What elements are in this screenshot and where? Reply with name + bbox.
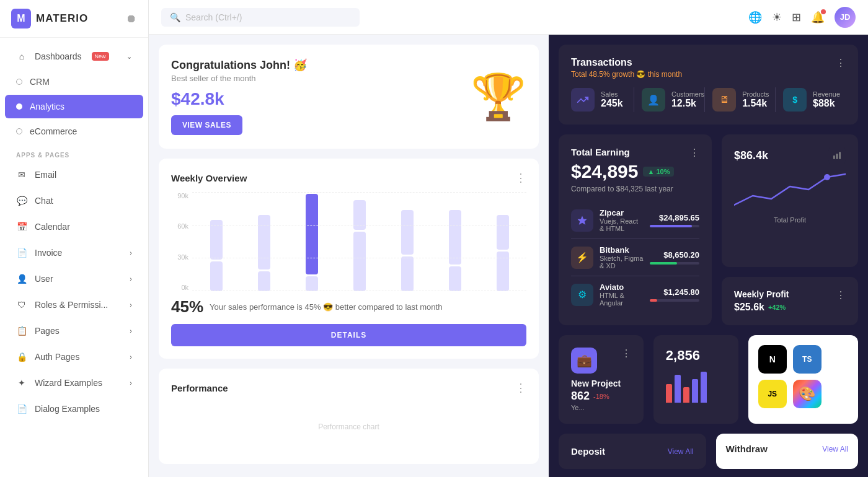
pages-icon: 📋 [16, 325, 27, 336]
chevron-icon-wizard: › [130, 379, 132, 387]
circle-icon [16, 79, 22, 85]
circle-active-icon [16, 103, 22, 110]
sidebar-item-roles[interactable]: 🛡 Roles & Permissi... › [5, 292, 143, 317]
sidebar-item-analytics[interactable]: Analytics [5, 95, 143, 118]
sidebar-label-ecommerce: eCommerce [30, 126, 77, 136]
sidebar-item-calendar[interactable]: 📅 Calendar [5, 214, 143, 239]
deposit-withdraw-row: Deposit View All Withdraw View All [559, 434, 858, 469]
transactions-subtitle: Total 48.5% growth 😎 this month [571, 70, 682, 79]
sidebar-item-email[interactable]: ✉ Email [5, 162, 143, 187]
sidebar-label-roles: Roles & Permissi... [35, 300, 108, 310]
bell-icon[interactable]: 🔔 [811, 11, 825, 24]
svg-point-4 [824, 174, 830, 180]
header-actions: 🌐 ☀ ⊞ 🔔 JD [748, 7, 856, 28]
withdraw-view-all[interactable]: View All [822, 445, 848, 453]
bitbank-sub: Sketch, Figma & XD [600, 255, 644, 269]
deposit-view-all[interactable]: View All [668, 447, 694, 456]
performance-title: Performance [171, 383, 228, 393]
sidebar-logo: M MATERIO ⏺ [0, 0, 148, 38]
sidebar-label-calendar: Calendar [35, 222, 70, 232]
search-bar[interactable]: 🔍 Search (Ctrl+/) [161, 8, 360, 27]
bar-2 [675, 375, 681, 403]
sidebar-item-pages[interactable]: 📋 Pages › [5, 318, 143, 343]
mini-stat-value: 2,856 [666, 348, 726, 364]
profit-chart-icon[interactable] [828, 147, 846, 164]
svg-marker-0 [578, 216, 587, 224]
chat-icon: 💬 [16, 195, 27, 206]
sidebar-item-dialog[interactable]: 📄 Dialog Examples [5, 396, 143, 421]
deposit-title: Deposit [571, 446, 605, 457]
earning-more-icon[interactable]: ⋮ [689, 147, 699, 159]
svg-rect-2 [836, 154, 838, 159]
performance-more-icon[interactable]: ⋮ [515, 381, 526, 395]
total-profit-label: Total Profit [734, 216, 846, 224]
customers-icon: 👤 [642, 88, 665, 112]
lock-icon: 🔒 [16, 351, 27, 362]
sidebar-item-ecommerce[interactable]: eCommerce [5, 120, 143, 143]
translate-icon[interactable]: 🌐 [748, 11, 762, 24]
search-placeholder: Search (Ctrl+/) [185, 12, 242, 22]
notification-dot [821, 9, 826, 14]
avatar-initials: JD [840, 12, 851, 22]
tech-icons: N TS JS 🎨 [758, 345, 848, 408]
stat-revenue: $ Revenue $88k [783, 87, 846, 112]
chevron-icon-roles: › [130, 301, 132, 309]
chevron-icon-auth: › [130, 353, 132, 361]
javascript-icon: JS [758, 380, 787, 408]
grid-icon[interactable]: ⊞ [792, 11, 801, 24]
congrats-card: Congratulations John! 🥳 Best seller of t… [159, 45, 539, 149]
project-growth: -18% [593, 393, 609, 400]
bar-5 [701, 372, 707, 403]
sidebar-item-auth[interactable]: 🔒 Auth Pages › [5, 344, 143, 369]
sidebar-item-dashboards[interactable]: ⌂ Dashboards New ⌄ [5, 44, 143, 69]
header: 🔍 Search (Ctrl+/) 🌐 ☀ ⊞ 🔔 JD [149, 0, 868, 35]
mini-stat-card: 2,856 [653, 335, 738, 424]
typescript-icon: TS [793, 345, 822, 374]
sidebar-label-pages: Pages [35, 326, 60, 336]
customers-value: 12.5k [671, 98, 704, 109]
sidebar-item-user[interactable]: 👤 User › [5, 266, 143, 291]
bottom-row: 💼 ⋮ New Project 862 -18% Ye... 2,856 [559, 335, 858, 424]
project-title: New Project [571, 379, 631, 388]
sales-label: Sales [601, 90, 623, 98]
zipcar-icon [571, 209, 593, 232]
products-icon: 🖥 [712, 88, 736, 112]
bitbank-name: Bitbank [600, 245, 644, 255]
sidebar-item-invoice[interactable]: 📄 Invoice › [5, 240, 143, 265]
home-icon: ⌂ [16, 51, 27, 62]
stat-customers: 👤 Customers 12.5k [642, 87, 704, 112]
record-icon[interactable]: ⏺ [126, 12, 137, 25]
weekly-profit-value: $25.6k [734, 302, 764, 313]
sidebar-item-chat[interactable]: 💬 Chat [5, 188, 143, 213]
chevron-icon-invoice: › [130, 249, 132, 256]
weekly-more-icon[interactable]: ⋮ [515, 171, 526, 185]
aviato-name: Aviato [600, 282, 644, 292]
stat-sales: Sales 245k [571, 87, 634, 112]
performance-placeholder: Performance chart [171, 402, 526, 452]
weekly-profit-more-icon[interactable]: ⋮ [836, 289, 846, 301]
earning-comparison: Compared to $84,325 last year [571, 185, 699, 193]
congrats-subtitle: Best seller of the month [171, 74, 307, 83]
congrats-title: Congratulations John! 🥳 [171, 58, 307, 72]
shield-icon: 🛡 [16, 299, 27, 310]
details-button[interactable]: DETAILS [171, 324, 526, 346]
sidebar-label-wizard: Wizard Examples [35, 378, 102, 388]
avatar[interactable]: JD [835, 7, 856, 28]
aviato-right: $1,245.80 [650, 287, 699, 302]
view-sales-button[interactable]: VIEW SALES [171, 115, 242, 135]
sidebar-item-wizard[interactable]: ✦ Wizard Examples › [5, 370, 143, 395]
middle-row: Total Earning ⋮ $24,895 ▲ 10% Compared t… [559, 134, 858, 325]
logo-icon: M [11, 9, 31, 28]
products-value: 1.54k [742, 98, 769, 109]
project-more-icon[interactable]: ⋮ [621, 348, 631, 359]
brightness-icon[interactable]: ☀ [772, 11, 782, 24]
user-icon: 👤 [16, 273, 27, 284]
transactions-more-icon[interactable]: ⋮ [836, 57, 846, 69]
stat-products: 🖥 Products 1.54k [712, 87, 775, 112]
weekly-profit-card: Weekly Profit $25.6k +42% ⋮ [722, 277, 858, 325]
earning-amount: $24,895 ▲ 10% [571, 161, 699, 182]
sidebar-item-crm[interactable]: CRM [5, 70, 143, 94]
sidebar: M MATERIO ⏺ ⌂ Dashboards New ⌄ CRM Analy… [0, 0, 149, 477]
project-count: 862 [571, 390, 590, 403]
aviato-sub: HTML & Angular [600, 292, 644, 307]
